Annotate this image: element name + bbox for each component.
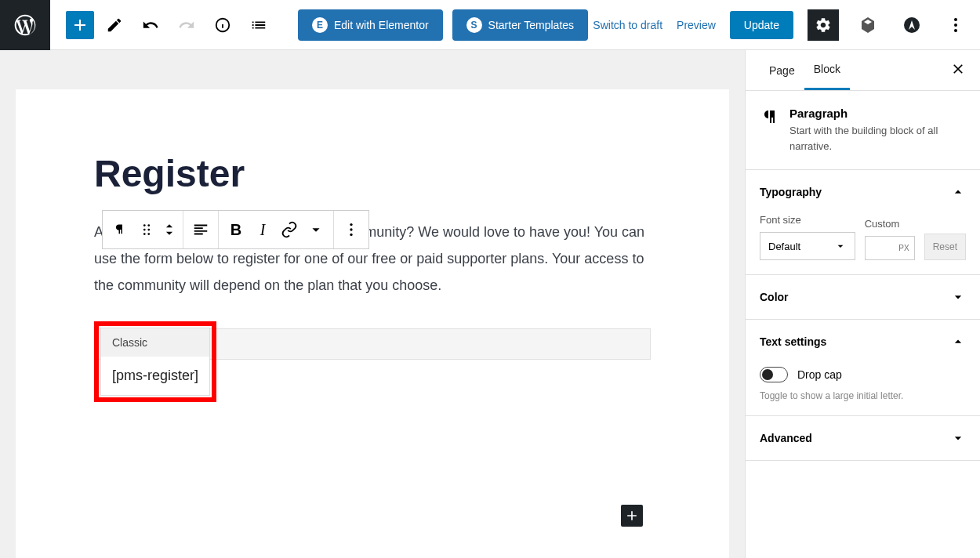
svg-point-4 <box>954 18 957 21</box>
add-block-button[interactable] <box>66 11 94 39</box>
redo-icon <box>178 16 195 34</box>
link-icon <box>281 221 298 238</box>
gear-icon <box>815 16 832 34</box>
svg-point-13 <box>350 223 352 226</box>
edit-mode-button[interactable] <box>99 9 130 41</box>
svg-point-8 <box>147 224 150 226</box>
close-sidebar-button[interactable] <box>950 61 966 80</box>
color-header[interactable]: Color <box>746 275 980 319</box>
drop-cap-toggle[interactable] <box>760 367 788 382</box>
toolbar-right-group: Switch to draft Preview Update <box>593 9 980 41</box>
typography-panel: Typography Font size Default Custom <box>746 170 980 275</box>
add-block-inline-button[interactable] <box>621 505 643 527</box>
elementor-label: Edit with Elementor <box>334 19 429 31</box>
starter-label: Starter Templates <box>488 19 574 31</box>
drop-cap-help: Toggle to show a large initial letter. <box>760 390 966 401</box>
starter-templates-button[interactable]: S Starter Templates <box>452 9 588 41</box>
block-movers[interactable] <box>164 222 175 237</box>
astra-icon <box>902 16 921 34</box>
pilcrow-icon <box>111 221 129 238</box>
kebab-icon <box>343 221 360 238</box>
chevron-down-icon <box>307 221 325 238</box>
chevron-down-icon <box>950 430 966 446</box>
svg-point-5 <box>954 24 957 27</box>
advanced-header[interactable]: Advanced <box>746 416 980 460</box>
pencil-icon <box>106 16 123 34</box>
drag-handle[interactable] <box>137 220 156 239</box>
typography-header[interactable]: Typography <box>746 170 980 214</box>
svg-point-15 <box>350 234 352 236</box>
classic-block[interactable]: Classic [pms-register] <box>100 328 210 396</box>
toolbar-left-group <box>66 9 274 41</box>
update-button[interactable]: Update <box>730 11 793 39</box>
drag-icon <box>138 221 155 238</box>
custom-size-input[interactable] <box>865 236 915 260</box>
pilcrow-icon <box>760 107 779 126</box>
sidebar-tabs: Page Block <box>746 50 980 91</box>
details-button[interactable] <box>207 9 238 41</box>
align-button[interactable] <box>191 220 210 239</box>
undo-button[interactable] <box>135 9 166 41</box>
block-type-button[interactable] <box>111 220 129 239</box>
more-options-button[interactable] <box>941 10 971 40</box>
block-description: Start with the building block of all nar… <box>789 123 966 154</box>
undo-icon <box>142 16 159 34</box>
classic-block-header: Classic <box>101 328 209 357</box>
page-canvas: Register Are you interested in joining o… <box>16 89 729 558</box>
wordpress-logo-button[interactable] <box>0 0 50 50</box>
shape-icon <box>858 16 877 34</box>
align-left-icon <box>192 221 209 238</box>
move-down-icon <box>164 230 175 237</box>
move-up-icon <box>164 222 175 230</box>
page-title[interactable]: Register <box>94 152 651 195</box>
wordpress-icon <box>13 13 38 38</box>
elementor-icon: E <box>312 17 328 33</box>
font-size-select[interactable]: Default <box>760 232 855 260</box>
top-toolbar: E Edit with Elementor S Starter Template… <box>0 0 980 50</box>
tab-page[interactable]: Page <box>760 52 804 89</box>
text-settings-panel: Text settings Drop cap Toggle to show a … <box>746 320 980 416</box>
block-title: Paragraph <box>789 107 966 120</box>
tab-block[interactable]: Block <box>804 50 850 90</box>
custom-label: Custom <box>865 218 915 230</box>
info-icon <box>214 16 231 34</box>
plus-icon <box>624 508 640 524</box>
svg-point-11 <box>143 233 146 235</box>
chevron-up-icon <box>950 334 966 350</box>
preview-link[interactable]: Preview <box>677 19 716 31</box>
reset-button[interactable]: Reset <box>924 234 966 260</box>
starter-icon: S <box>466 17 482 33</box>
elementor-button[interactable]: E Edit with Elementor <box>298 9 443 41</box>
chevron-down-icon <box>950 289 966 305</box>
font-size-label: Font size <box>760 214 855 226</box>
settings-sidebar: Page Block Paragraph Start with the buil… <box>745 50 980 558</box>
svg-point-12 <box>147 233 150 235</box>
italic-button[interactable]: I <box>253 220 272 239</box>
outline-button[interactable] <box>243 9 274 41</box>
plugin-icon-2[interactable] <box>897 10 927 40</box>
paragraph-block-icon <box>760 107 779 127</box>
text-settings-header[interactable]: Text settings <box>746 320 980 364</box>
settings-button[interactable] <box>808 9 839 41</box>
switch-draft-link[interactable]: Switch to draft <box>593 19 662 31</box>
svg-point-9 <box>143 229 146 231</box>
link-button[interactable] <box>280 220 299 239</box>
block-more-button[interactable] <box>342 220 361 239</box>
editor-canvas-area: B I Register Are you interested in joini… <box>0 50 745 558</box>
color-panel: Color <box>746 275 980 320</box>
chevron-up-icon <box>950 184 966 200</box>
svg-point-14 <box>350 228 352 230</box>
svg-point-6 <box>954 29 957 32</box>
more-format-button[interactable] <box>307 220 325 239</box>
advanced-panel: Advanced <box>746 416 980 461</box>
chevron-down-icon <box>834 240 847 252</box>
bold-button[interactable]: B <box>227 220 245 239</box>
drop-cap-label: Drop cap <box>797 368 842 381</box>
plugin-icon-1[interactable] <box>853 10 883 40</box>
highlighted-classic-block: Classic [pms-register] <box>94 321 216 402</box>
plus-icon <box>71 16 89 34</box>
block-info-panel: Paragraph Start with the building block … <box>746 91 980 170</box>
classic-block-content[interactable]: [pms-register] <box>101 357 209 395</box>
redo-button[interactable] <box>171 9 202 41</box>
svg-point-7 <box>143 224 146 226</box>
